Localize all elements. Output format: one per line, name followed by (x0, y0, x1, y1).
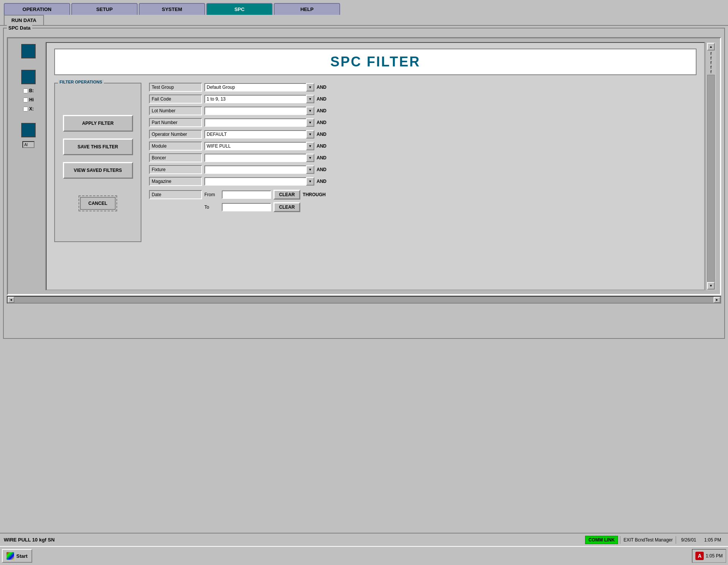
sidebar-blue-box-2 (21, 70, 36, 84)
apply-filter-button[interactable]: APPLY FILTER (63, 115, 133, 132)
label-test-group: Test Group (149, 83, 202, 92)
and-label-6: AND (317, 155, 330, 161)
filter-fields: Test Group Default Group ▼ AND Fail Code (149, 83, 697, 242)
scroll-track-right[interactable] (707, 75, 715, 282)
tab-system[interactable]: SYSTEM (139, 3, 205, 15)
taskbar: Start A 1:05 PM (0, 546, 728, 565)
select-operator-number[interactable]: DEFAULT (204, 130, 314, 138)
tab-operation[interactable]: OPERATION (4, 3, 70, 15)
select-boncer[interactable] (204, 154, 314, 162)
tab-spc[interactable]: SPC (206, 3, 273, 15)
scroll-letter-3: f (710, 60, 712, 65)
filter-row-test-group: Test Group Default Group ▼ AND (149, 83, 697, 92)
subtab-run-data[interactable]: RUN DATA (4, 15, 44, 25)
status-bar: WIRE PULL 10 kgf SN COMM LINK EXIT BcndT… (0, 533, 728, 546)
filter-row-date-to: To CLEAR (149, 202, 697, 212)
tray-icon: A (695, 552, 704, 560)
exit-text[interactable]: EXIT BcndTest Manager (620, 536, 676, 544)
filter-row-fail-code: Fail Code 1 to 9, 13 ▼ AND (149, 94, 697, 104)
label-module: Module (149, 142, 202, 151)
checkbox-hi-label: Hi (29, 97, 34, 102)
status-text: WIRE PULL 10 kgf SN (4, 537, 583, 543)
through-label: THROUGH (303, 192, 326, 197)
filter-row-lot-number: Lot Number ▼ AND (149, 106, 697, 115)
nav-tabs: OPERATION SETUP SYSTEM SPC HELP (4, 3, 724, 15)
clear-from-button[interactable]: CLEAR (273, 190, 300, 200)
clear-to-button[interactable]: CLEAR (273, 202, 300, 212)
start-label: Start (16, 553, 28, 559)
start-button[interactable]: Start (2, 549, 32, 563)
checkbox-x-input[interactable] (23, 107, 28, 112)
tab-setup[interactable]: SETUP (71, 3, 138, 15)
scroll-up-button[interactable]: ▲ (707, 43, 715, 50)
from-label: From (204, 192, 220, 197)
label-magazine: Magazine (149, 177, 202, 186)
tab-help[interactable]: HELP (274, 3, 340, 15)
filter-ops-title: FILTER OPERATIONS (58, 80, 104, 84)
select-lot-number[interactable] (204, 107, 314, 115)
scroll-letter-5: f (710, 69, 712, 74)
checkbox-x: X: (23, 106, 34, 112)
horizontal-scrollbar: ◄ ► (7, 296, 721, 304)
scroll-right-button[interactable]: ► (714, 297, 720, 303)
spc-filter-banner: SPC FILTER (54, 49, 697, 75)
scroll-track-horizontal[interactable] (14, 297, 714, 303)
to-label: To (204, 205, 220, 210)
checkbox-hi: Hi (23, 97, 34, 102)
cancel-button[interactable]: CANCEL (80, 197, 116, 210)
and-label-3: AND (317, 120, 330, 125)
checkbox-hi-input[interactable] (23, 98, 28, 102)
checkbox-b: B: (23, 88, 34, 93)
label-lot-number: Lot Number (149, 106, 202, 115)
select-part-number[interactable] (204, 118, 314, 127)
filter-row-part-number: Part Number ▼ AND (149, 118, 697, 127)
select-test-group[interactable]: Default Group (204, 83, 314, 91)
sidebar-blue-box-1 (21, 44, 36, 58)
select-fixture[interactable] (204, 165, 314, 174)
main-title: SPC Data (7, 25, 32, 31)
scroll-letter-1: f (710, 51, 712, 56)
select-magazine[interactable] (204, 177, 314, 186)
label-part-number: Part Number (149, 118, 202, 127)
label-boncer: Boncer (149, 153, 202, 162)
date-from-input[interactable] (222, 190, 271, 199)
spc-filter-title: SPC FILTER (330, 54, 420, 69)
and-label-8: AND (317, 179, 330, 184)
al-box: Al (22, 141, 35, 148)
taskbar-tray: A 1:05 PM (692, 549, 726, 563)
select-fail-code[interactable]: 1 to 9, 13 (204, 95, 314, 103)
and-label-7: AND (317, 167, 330, 172)
label-date: Date (149, 190, 202, 199)
view-saved-filters-button[interactable]: VIEW SAVED FILTERS (63, 162, 133, 179)
checkbox-b-input[interactable] (23, 88, 28, 93)
status-time: 1:05 PM (701, 536, 724, 544)
filter-row-boncer: Boncer ▼ AND (149, 153, 697, 162)
scroll-letter-2: f (710, 56, 712, 60)
label-fixture: Fixture (149, 165, 202, 174)
filter-ops-box: FILTER OPERATIONS APPLY FILTER SAVE THIS… (54, 83, 141, 242)
save-filter-button[interactable]: SAVE THIS FILTER (63, 138, 133, 155)
and-label-0: AND (317, 85, 330, 90)
scroll-letter-4: f (710, 65, 712, 69)
and-label-4: AND (317, 132, 330, 137)
and-label-2: AND (317, 108, 330, 113)
date-to-input[interactable] (222, 203, 271, 211)
and-label-5: AND (317, 143, 330, 149)
sidebar-blue-box-3 (21, 123, 36, 137)
scroll-left-button[interactable]: ◄ (8, 297, 14, 303)
start-icon (6, 552, 14, 560)
status-date: 9/26/01 (678, 536, 699, 544)
filter-row-operator-number: Operator Number DEFAULT ▼ AND (149, 130, 697, 139)
select-module[interactable]: WIFE PULL (204, 142, 314, 150)
checkbox-x-label: X: (29, 106, 34, 112)
checkbox-b-label: B: (29, 88, 34, 93)
label-fail-code: Fail Code (149, 94, 202, 104)
filter-row-magazine: Magazine ▼ AND (149, 177, 697, 186)
scroll-down-button[interactable]: ▼ (707, 282, 715, 290)
right-scrollbar: ▲ f f f f f ▼ (705, 42, 716, 290)
and-label-1: AND (317, 96, 330, 102)
taskbar-time: 1:05 PM (706, 553, 723, 559)
filter-row-fixture: Fixture ▼ AND (149, 165, 697, 174)
label-operator-number: Operator Number (149, 130, 202, 139)
filter-row-date: Date From CLEAR THROUGH (149, 190, 697, 200)
